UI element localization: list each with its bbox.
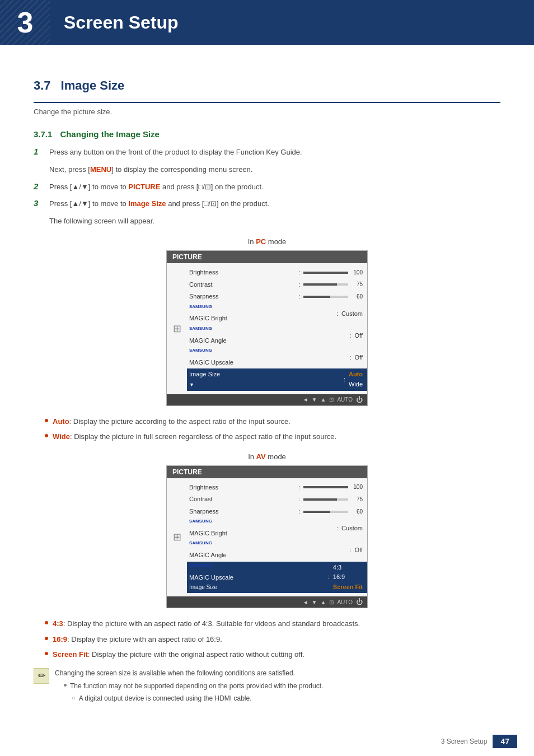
av-bullet-169: 16:9: Display the picture with an aspect… — [45, 634, 500, 645]
av-auto-label: AUTO — [337, 599, 353, 605]
pc-contrast-fill — [303, 283, 337, 286]
chapter-title: Screen Setup — [50, 12, 179, 33]
note-content: Changing the screen size is available wh… — [55, 668, 323, 704]
av-image-size-options: 4:3 16:9 Screen Fit — [333, 563, 363, 592]
av-image-size-row: SAMSUNGMAGIC UpscaleImage Size : 4:3 16:… — [187, 562, 367, 594]
note-sub-sub-text: A digital output device is connected usi… — [79, 693, 252, 704]
step-1-number: 1 — [34, 147, 43, 156]
pc-magic-upscale-row: SAMSUNGMAGIC Upscale : Off — [187, 347, 367, 368]
av-contrast-track — [303, 498, 348, 501]
pc-brightness-bar: 100 — [303, 268, 363, 277]
av-image-size-label: SAMSUNGMAGIC UpscaleImage Size — [189, 563, 325, 592]
pc-contrast-row: Contrast : 75 — [187, 279, 367, 291]
av-magic-angle-label: SAMSUNGMAGIC Angle — [189, 540, 346, 560]
av-brightness-num: 100 — [350, 483, 363, 492]
av-nav-enter-icon: ⊡ — [329, 599, 334, 605]
av-sharpness-row: Sharpness : 60 — [187, 506, 367, 518]
av-opt-43: 4:3 — [333, 563, 363, 573]
step-3: 3 Press [▲/▼] to move to Image Size and … — [34, 198, 500, 210]
pc-menu-body: ⊞ Brightness : 100 Contrast — [167, 263, 367, 394]
av-power-icon: ⏻ — [356, 598, 363, 606]
av-magic-angle-value: Off — [355, 545, 363, 556]
av-sharpness-label: Sharpness — [189, 507, 295, 517]
av-opt-screenfit: Screen Fit — [333, 582, 363, 592]
page-content: 3.7 Image Size Change the picture size. … — [0, 45, 534, 738]
pc-sharpness-num: 60 — [350, 292, 363, 301]
pc-bullet-auto-text: Auto: Display the picture according to t… — [53, 416, 291, 427]
pc-magic-angle-label: SAMSUNGMAGIC Angle — [189, 326, 346, 346]
pc-bullet-list: Auto: Display the picture according to t… — [45, 416, 500, 442]
menu-gamepad-icon: ⊞ — [173, 323, 181, 335]
section-divider — [34, 102, 500, 103]
note-icon: ✏ — [34, 668, 49, 684]
av-brightness-label: Brightness — [189, 483, 295, 493]
pc-bullet-dot-auto — [45, 419, 48, 422]
pc-image-size-label: Image Size▼ — [189, 370, 340, 389]
pc-nav-up-icon: ▲ — [320, 396, 326, 403]
pc-contrast-bar: 75 — [303, 280, 363, 289]
pc-auto-label: AUTO — [337, 396, 353, 403]
note-sub-sub-dot: ○ — [72, 693, 76, 704]
step-1: 1 Press any button on the front of the p… — [34, 147, 500, 158]
pc-sharpness-label: Sharpness — [189, 292, 295, 302]
pc-menu-container: PICTURE ⊞ Brightness : 100 — [34, 250, 500, 406]
av-bullet-169-text: 16:9: Display the picture with an aspect… — [53, 634, 222, 645]
av-brightness-track — [303, 486, 348, 488]
section-heading: 3.7 Image Size — [34, 78, 500, 93]
pc-brightness-row: Brightness : 100 — [187, 267, 367, 279]
pc-opt-wide: Wide — [349, 380, 363, 390]
pc-menu-bottom-bar: ◄ ▼ ▲ ⊡ AUTO ⏻ — [167, 394, 367, 405]
pc-nav-left-icon: ◄ — [303, 396, 308, 403]
av-brightness-row: Brightness : 100 — [187, 482, 367, 494]
pc-magic-angle-value: Off — [355, 331, 363, 341]
pc-brightness-num: 100 — [350, 268, 363, 277]
page-header: 3 Screen Setup — [0, 0, 534, 45]
note-sub-sub-1: ○ A digital output device is connected u… — [72, 693, 323, 704]
av-sharpness-num: 60 — [350, 507, 363, 516]
page-footer: 3 Screen Setup 47 — [441, 735, 517, 748]
footer-page-number: 47 — [493, 735, 517, 748]
av-nav-left-icon: ◄ — [303, 599, 308, 605]
note-section: ✏ Changing the screen size is available … — [34, 668, 500, 704]
av-menu-container: PICTURE ⊞ Brightness : 100 — [34, 465, 500, 609]
step-2-number: 2 — [34, 181, 43, 191]
pc-sharpness-row: Sharpness : 60 — [187, 291, 367, 303]
step-1-indent: Next, press [MENU] to display the corres… — [49, 164, 500, 176]
av-sharpness-bar: 60 — [303, 507, 363, 516]
av-menu-bottom-bar: ◄ ▼ ▲ ⊡ AUTO ⏻ — [167, 596, 367, 608]
av-bullet-screenfit-text: Screen Fit: Display the picture with the… — [53, 649, 305, 660]
av-contrast-bar: 75 — [303, 495, 363, 504]
pc-brightness-fill — [303, 272, 348, 274]
av-bullet-dot-43 — [45, 621, 48, 624]
av-magic-bright-row: SAMSUNGMAGIC Bright : Custom — [187, 517, 367, 539]
av-magic-bright-label: SAMSUNGMAGIC Bright — [189, 519, 333, 538]
pc-image-size-options: Auto Wide — [349, 370, 363, 389]
av-menu-header: PICTURE — [167, 466, 367, 478]
subsection-number: 3.7.1 — [34, 129, 52, 139]
av-contrast-label: Contrast — [189, 494, 295, 505]
av-bullet-list: 4:3: Display the picture with an aspect … — [45, 618, 500, 660]
subsection-heading: 3.7.1 Changing the Image Size — [34, 129, 500, 139]
av-contrast-num: 75 — [350, 495, 363, 504]
pc-menu-items: Brightness : 100 Contrast : 75 — [187, 267, 367, 391]
pc-nav-enter-icon: ⊡ — [329, 396, 334, 403]
av-menu-body: ⊞ Brightness : 100 Contrast — [167, 478, 367, 597]
pc-magic-bright-row: SAMSUNGMAGIC Bright : Custom — [187, 303, 367, 325]
pc-sharpness-track — [303, 296, 348, 298]
pc-menu-icon-col: ⊞ — [167, 267, 187, 391]
pc-brightness-track — [303, 272, 348, 274]
step-2-text: Press [▲/▼] to move to PICTURE and press… — [49, 181, 264, 193]
av-bullet-43: 4:3: Display the picture with an aspect … — [45, 618, 500, 629]
pc-sharpness-fill — [303, 296, 330, 298]
av-brightness-bar: 100 — [303, 483, 363, 492]
av-menu-items: Brightness : 100 Contrast : 75 — [187, 482, 367, 594]
av-mode-label: In AV mode — [34, 452, 500, 461]
pc-contrast-num: 75 — [350, 280, 363, 289]
step-3-number: 3 — [34, 198, 43, 208]
pc-opt-auto: Auto — [349, 370, 363, 380]
note-sub-dot-1 — [64, 684, 67, 687]
av-nav-up-icon: ▲ — [320, 599, 326, 605]
pc-image-size-row: Image Size▼ : Auto Wide — [187, 368, 367, 390]
av-sharpness-track — [303, 511, 348, 513]
pc-contrast-label: Contrast — [189, 280, 295, 290]
